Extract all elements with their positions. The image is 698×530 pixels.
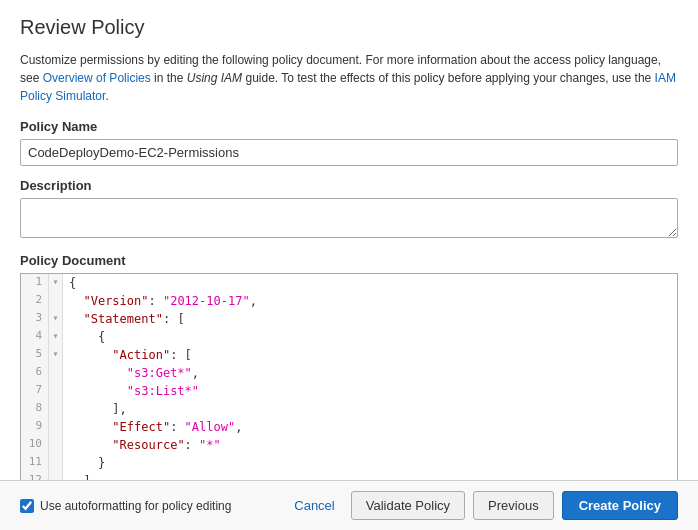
autoformat-label: Use autoformatting for policy editing bbox=[40, 499, 231, 513]
code-line-12: 12 ] bbox=[21, 472, 677, 480]
code-lines: 1 ▾ { 2 "Version": "2012-10-17", 3 ▾ "St… bbox=[21, 274, 677, 480]
code-line-11: 11 } bbox=[21, 454, 677, 472]
cancel-button[interactable]: Cancel bbox=[286, 493, 342, 518]
code-line-5: 5 ▾ "Action": [ bbox=[21, 346, 677, 364]
policy-name-input[interactable] bbox=[20, 139, 678, 166]
create-policy-button[interactable]: Create Policy bbox=[562, 491, 678, 520]
policy-name-label: Policy Name bbox=[20, 119, 678, 134]
code-line-1: 1 ▾ { bbox=[21, 274, 677, 292]
autoformat-checkbox[interactable] bbox=[20, 499, 34, 513]
policy-document-editor[interactable]: 1 ▾ { 2 "Version": "2012-10-17", 3 ▾ "St… bbox=[20, 273, 678, 480]
policy-document-label: Policy Document bbox=[20, 253, 678, 268]
main-content: Review Policy Customize permissions by e… bbox=[0, 0, 698, 480]
code-line-3: 3 ▾ "Statement": [ bbox=[21, 310, 677, 328]
footer-right: Cancel Validate Policy Previous Create P… bbox=[286, 491, 678, 520]
description-text: Customize permissions by editing the fol… bbox=[20, 51, 678, 105]
code-line-10: 10 "Resource": "*" bbox=[21, 436, 677, 454]
footer-left: Use autoformatting for policy editing bbox=[20, 499, 276, 513]
description-textarea[interactable] bbox=[20, 198, 678, 238]
code-line-2: 2 "Version": "2012-10-17", bbox=[21, 292, 677, 310]
code-line-8: 8 ], bbox=[21, 400, 677, 418]
description-group: Description bbox=[20, 178, 678, 241]
previous-button[interactable]: Previous bbox=[473, 491, 554, 520]
page-title: Review Policy bbox=[20, 16, 678, 39]
policy-name-group: Policy Name bbox=[20, 119, 678, 166]
page: Review Policy Customize permissions by e… bbox=[0, 0, 698, 530]
overview-of-policies-link[interactable]: Overview of Policies bbox=[43, 71, 151, 85]
validate-policy-button[interactable]: Validate Policy bbox=[351, 491, 465, 520]
code-line-4: 4 ▾ { bbox=[21, 328, 677, 346]
code-line-7: 7 "s3:List*" bbox=[21, 382, 677, 400]
code-line-6: 6 "s3:Get*", bbox=[21, 364, 677, 382]
code-line-9: 9 "Effect": "Allow", bbox=[21, 418, 677, 436]
footer: Use autoformatting for policy editing Ca… bbox=[0, 480, 698, 530]
description-label: Description bbox=[20, 178, 678, 193]
